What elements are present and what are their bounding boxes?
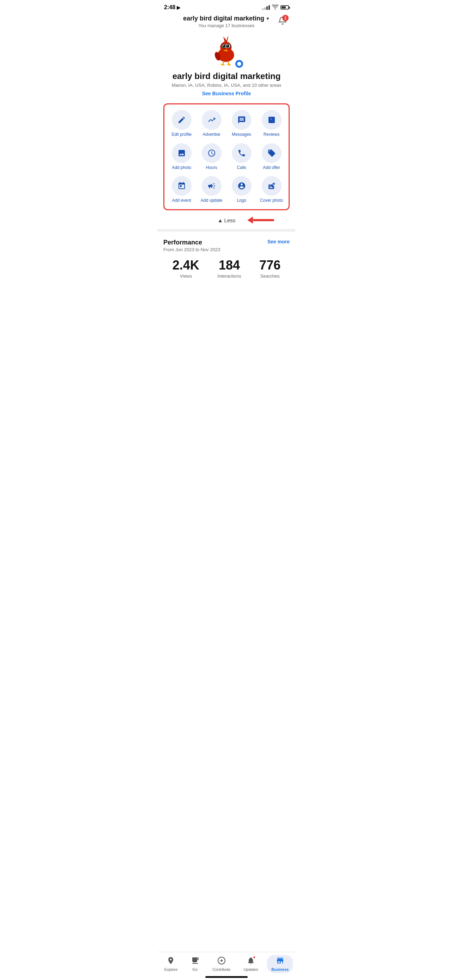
hours-label: Hours	[206, 165, 217, 171]
business-name: early bird digital marketing	[173, 71, 281, 81]
verified-badge	[235, 59, 244, 68]
edit-profile-icon-circle	[172, 110, 192, 130]
cover-photo-label: Cover photo	[260, 198, 283, 204]
performance-section: Performance From Jun 2023 to Nov 2023 Se…	[158, 233, 295, 284]
see-profile-link[interactable]: See Business Profile	[202, 91, 251, 96]
pencil-icon	[178, 116, 186, 124]
action-logo[interactable]: Logo	[227, 176, 256, 204]
add-event-icon-circle	[172, 176, 192, 196]
hours-icon-circle	[202, 143, 222, 163]
add-offer-label: Add offer	[263, 165, 280, 171]
status-bar: 2:48 ▶	[158, 0, 295, 12]
action-cover-photo[interactable]: Cover photo	[257, 176, 286, 204]
svg-line-17	[228, 61, 229, 65]
performance-see-more[interactable]: See more	[267, 239, 290, 245]
section-divider	[158, 229, 295, 232]
avatar-container	[211, 35, 242, 68]
action-edit-profile[interactable]: Edit profile	[167, 110, 196, 138]
status-time: 2:48	[164, 4, 175, 11]
action-hours[interactable]: Hours	[197, 143, 226, 171]
phone-icon	[237, 149, 246, 158]
calls-label: Calls	[237, 165, 246, 171]
svg-point-5	[223, 45, 226, 48]
status-icons	[262, 5, 289, 11]
action-add-photo[interactable]: Add photo	[167, 143, 196, 171]
stat-views-label: Views	[173, 274, 199, 279]
logo-label: Logo	[237, 198, 246, 204]
bell-icon: 2	[278, 16, 287, 27]
image-plus-icon	[267, 182, 276, 190]
less-section: ▲ Less	[158, 213, 295, 228]
calls-icon-circle	[232, 143, 251, 163]
trending-up-icon	[207, 116, 216, 124]
location-icon: ▶	[177, 5, 180, 10]
reviews-label: Reviews	[264, 132, 280, 138]
action-add-update[interactable]: Add update	[197, 176, 226, 204]
clock-icon	[207, 149, 216, 158]
calendar-icon	[178, 182, 186, 190]
chat-icon	[237, 116, 246, 124]
add-update-label: Add update	[201, 198, 222, 204]
header-title[interactable]: early bird digital marketing ▼	[183, 15, 270, 22]
svg-line-13	[223, 61, 224, 65]
notification-button[interactable]: 2	[275, 15, 290, 29]
messages-label: Messages	[232, 132, 251, 138]
chevron-up-icon: ▲	[218, 217, 223, 223]
cover-photo-icon-circle	[262, 176, 281, 196]
person-circle-icon	[237, 182, 246, 190]
add-photo-label: Add photo	[172, 165, 191, 171]
stat-interactions-label: Interactions	[217, 274, 241, 279]
add-photo-icon-circle	[172, 143, 192, 163]
action-add-offer[interactable]: Add offer	[257, 143, 286, 171]
action-calls[interactable]: Calls	[227, 143, 256, 171]
stat-views-value: 2.4K	[173, 258, 199, 273]
less-button[interactable]: ▲ Less	[218, 217, 236, 223]
stat-searches: 776 Searches	[259, 258, 280, 279]
add-event-label: Add event	[172, 198, 191, 204]
edit-profile-label: Edit profile	[172, 132, 192, 138]
performance-title-group: Performance From Jun 2023 to Nov 2023	[163, 239, 220, 252]
add-offer-icon-circle	[262, 143, 281, 163]
performance-header: Performance From Jun 2023 to Nov 2023 Se…	[163, 239, 290, 252]
header-subtitle: You manage 17 businesses	[183, 23, 270, 28]
action-reviews[interactable]: Reviews	[257, 110, 286, 138]
header-title-text: early bird digital marketing	[183, 15, 264, 22]
actions-container: Edit profile Advertise Messages Reviews	[163, 103, 290, 210]
action-messages[interactable]: Messages	[227, 110, 256, 138]
stat-interactions-value: 184	[217, 258, 241, 273]
star-icon	[267, 116, 276, 124]
performance-stats: 2.4K Views 184 Interactions 776 Searches	[163, 258, 290, 279]
advertise-label: Advertise	[202, 132, 220, 138]
megaphone-icon	[207, 182, 216, 190]
svg-point-7	[223, 45, 224, 46]
action-add-event[interactable]: Add event	[167, 176, 196, 204]
profile-section: early bird digital marketing Marion, IA,…	[158, 32, 295, 102]
notification-badge: 2	[282, 15, 289, 21]
stat-searches-value: 776	[259, 258, 280, 273]
red-arrow-indicator	[247, 216, 274, 224]
performance-period: From Jun 2023 to Nov 2023	[163, 247, 220, 252]
reviews-icon-circle	[262, 110, 281, 130]
logo-icon-circle	[232, 176, 251, 196]
stat-searches-label: Searches	[259, 274, 280, 279]
performance-title: Performance	[163, 239, 220, 246]
messages-icon-circle	[232, 110, 251, 130]
image-icon	[178, 149, 186, 158]
action-advertise[interactable]: Advertise	[197, 110, 226, 138]
less-label: Less	[224, 217, 236, 223]
stat-views: 2.4K Views	[173, 258, 199, 279]
header-center: early bird digital marketing ▼ You manag…	[183, 15, 270, 28]
signal-bars	[262, 5, 270, 10]
wifi-icon	[272, 5, 278, 11]
actions-grid: Edit profile Advertise Messages Reviews	[167, 110, 286, 204]
add-update-icon-circle	[202, 176, 222, 196]
business-location: Marion, IA, USA, Robins, IA, USA, and 10…	[172, 83, 281, 88]
tag-icon	[267, 149, 276, 158]
header: early bird digital marketing ▼ You manag…	[158, 12, 295, 32]
battery-icon	[280, 5, 289, 10]
stat-interactions: 184 Interactions	[217, 258, 241, 279]
advertise-icon-circle	[202, 110, 222, 130]
dropdown-arrow-icon: ▼	[265, 16, 270, 21]
